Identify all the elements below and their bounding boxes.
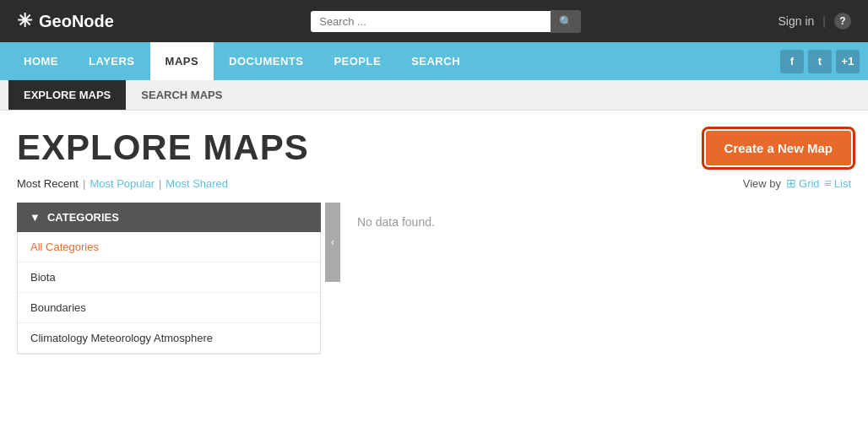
twitter-icon[interactable]: t: [808, 50, 832, 73]
search-input[interactable]: [311, 11, 551, 32]
nav-item-search[interactable]: SEARCH: [396, 42, 475, 80]
tab-search-maps[interactable]: SEARCH MAPS: [126, 80, 237, 110]
chevron-down-icon: ▼: [30, 211, 41, 224]
no-data-message: No data found.: [357, 215, 834, 229]
sort-most-shared[interactable]: Most Shared: [165, 177, 228, 190]
grid-label: Grid: [799, 177, 820, 190]
facebook-icon[interactable]: f: [780, 50, 804, 73]
view-list-button[interactable]: ≡ List: [825, 176, 851, 190]
list-icon: ≡: [825, 176, 832, 190]
sort-most-recent[interactable]: Most Recent: [17, 177, 79, 190]
nav-item-documents[interactable]: DOCUMENTS: [214, 42, 318, 80]
search-button[interactable]: 🔍: [551, 10, 581, 33]
nav-item-home[interactable]: HOME: [8, 42, 73, 80]
logo-area: ✳ GeoNode: [17, 10, 114, 32]
sub-tabs: EXPLORE MAPS SEARCH MAPS: [0, 80, 868, 111]
view-grid-button[interactable]: ⊞ Grid: [786, 176, 820, 190]
nav-item-maps[interactable]: MAPS: [150, 42, 214, 80]
page-title: EXPLORE MAPS: [17, 127, 309, 168]
sort-divider-1: |: [83, 177, 85, 190]
header-right: Sign in | ?: [778, 13, 851, 30]
create-map-button[interactable]: Create a New Map: [706, 131, 851, 165]
categories-header[interactable]: ▼ CATEGORIES: [17, 203, 321, 232]
grid-icon: ⊞: [786, 176, 796, 190]
social-icons: f t +1: [780, 50, 860, 73]
signin-link[interactable]: Sign in: [778, 14, 815, 28]
main-layout: ▼ CATEGORIES All Categories Biota Bounda…: [17, 203, 851, 422]
sort-divider-2: |: [159, 177, 161, 190]
sidebar: ▼ CATEGORIES All Categories Biota Bounda…: [17, 203, 321, 422]
view-by: View by ⊞ Grid ≡ List: [743, 176, 851, 190]
nav-item-layers[interactable]: LAYERS: [73, 42, 150, 80]
view-by-label: View by: [743, 177, 781, 190]
category-boundaries[interactable]: Boundaries: [18, 293, 320, 323]
categories-label: CATEGORIES: [47, 211, 119, 224]
sort-most-popular[interactable]: Most Popular: [90, 177, 155, 190]
page-title-row: EXPLORE MAPS Create a New Map: [17, 127, 851, 168]
list-label: List: [834, 177, 851, 190]
nav-bar: HOME LAYERS MAPS DOCUMENTS PEOPLE SEARCH…: [0, 42, 868, 80]
header-divider: |: [822, 14, 826, 28]
search-area: 🔍: [311, 10, 581, 33]
tab-explore-maps[interactable]: EXPLORE MAPS: [8, 80, 126, 110]
help-icon[interactable]: ?: [834, 13, 851, 30]
sort-links: Most Recent | Most Popular | Most Shared: [17, 177, 228, 190]
category-climatology[interactable]: Climatology Meteorology Atmosphere: [18, 323, 320, 354]
category-all[interactable]: All Categories: [18, 232, 320, 262]
categories-list: All Categories Biota Boundaries Climatol…: [17, 232, 321, 354]
googleplus-icon[interactable]: +1: [836, 50, 860, 73]
sidebar-collapse-button[interactable]: ‹: [325, 203, 340, 282]
logo-star-icon: ✳: [17, 10, 32, 32]
category-biota[interactable]: Biota: [18, 262, 320, 293]
logo-text: GeoNode: [39, 12, 114, 31]
page-content: EXPLORE MAPS Create a New Map Most Recen…: [0, 111, 868, 422]
nav-links: HOME LAYERS MAPS DOCUMENTS PEOPLE SEARCH: [8, 42, 475, 80]
content-area: No data found.: [340, 203, 851, 422]
sort-row: Most Recent | Most Popular | Most Shared…: [17, 176, 851, 190]
nav-item-people[interactable]: PEOPLE: [318, 42, 396, 80]
top-header: ✳ GeoNode 🔍 Sign in | ?: [0, 0, 868, 42]
